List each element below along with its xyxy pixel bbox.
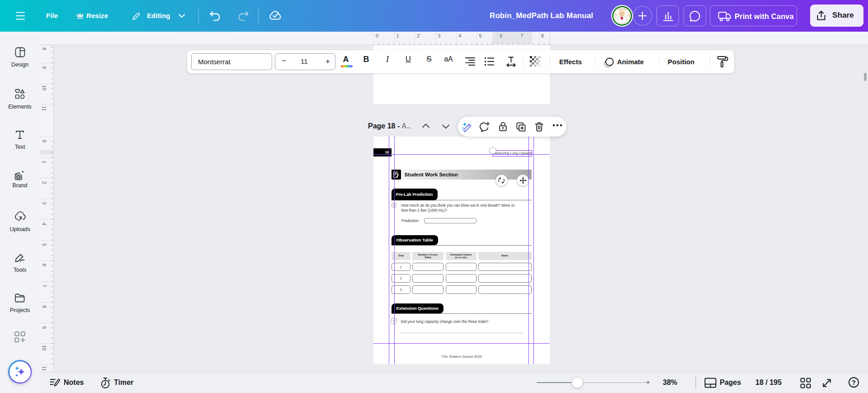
svg-text:co: co bbox=[17, 175, 20, 179]
